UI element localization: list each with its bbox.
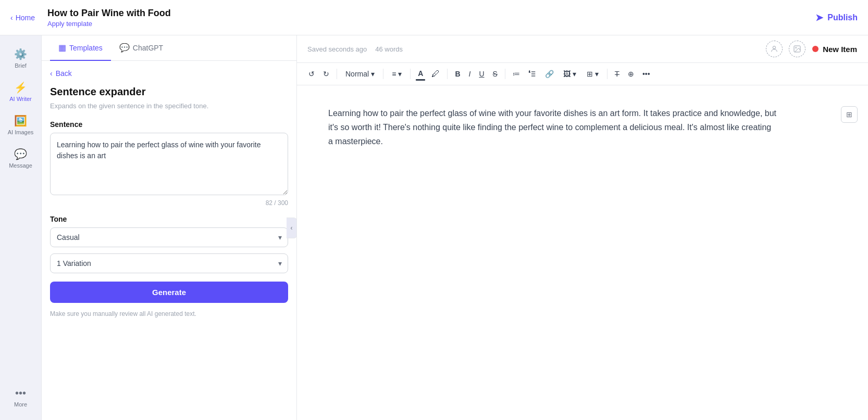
template-description: Expands on the given sentence in the spe…: [50, 102, 288, 110]
svg-point-2: [796, 47, 797, 48]
variation-select[interactable]: 1 Variation 2 Variations 3 Variations: [50, 253, 288, 273]
disclaimer-text: Make sure you manually review all AI gen…: [50, 309, 288, 319]
editor-content[interactable]: Learning how to pair the perfect glass o…: [297, 85, 868, 420]
tone-select[interactable]: Casual Formal Friendly Professional Witt…: [50, 227, 288, 247]
apply-template-link[interactable]: Apply template: [47, 20, 171, 28]
templates-tab-icon: ▦: [58, 43, 66, 53]
undo-button[interactable]: ↺: [305, 68, 318, 80]
char-count: 82 / 300: [50, 199, 288, 207]
svg-text:1: 1: [529, 70, 530, 73]
toolbar-separator-2: [383, 69, 383, 79]
insert-button[interactable]: ⊕: [625, 68, 637, 80]
table-dropdown[interactable]: ⊞ ▾: [582, 68, 603, 80]
bullet-list-button[interactable]: ≔: [510, 68, 523, 80]
toolbar-separator-5: [505, 69, 505, 79]
align-dropdown[interactable]: ≡ ▾: [388, 68, 406, 80]
ai-writer-icon: ⚡: [14, 81, 27, 94]
editor-actions: New Item: [766, 41, 858, 57]
ai-images-icon: 🖼️: [14, 114, 27, 127]
publish-arrow-icon: ➤: [815, 12, 823, 23]
sidebar-item-more[interactable]: ••• More: [3, 383, 39, 412]
highlight-button[interactable]: 🖊: [428, 67, 443, 81]
templates-tab-label: Templates: [69, 44, 103, 52]
image-dropdown-icon: ▾: [573, 70, 576, 78]
heading-selected: Normal: [345, 70, 369, 78]
clear-format-button[interactable]: T̶: [612, 68, 623, 80]
align-dropdown-icon: ▾: [398, 70, 402, 78]
underline-button[interactable]: U: [476, 68, 487, 80]
topbar-title-area: How to Pair Wine with Food Apply templat…: [47, 8, 171, 28]
home-arrow-icon: ‹: [10, 14, 13, 22]
sidebar-item-ai-images[interactable]: 🖼️ AI Images: [3, 110, 39, 139]
image-upload-icon[interactable]: [789, 41, 805, 57]
topbar: ‹ Home How to Pair Wine with Food Apply …: [0, 0, 868, 35]
editor-body-text: Learning how to pair the perfect glass o…: [328, 106, 776, 149]
collapse-icon: ‹: [291, 224, 293, 232]
sentence-textarea[interactable]: [50, 133, 288, 195]
tab-chatgpt[interactable]: 💬 ChatGPT: [111, 35, 171, 61]
word-count: 46 words: [375, 45, 403, 53]
strikethrough-button[interactable]: S: [490, 68, 501, 80]
back-link[interactable]: ‹ Back: [50, 69, 288, 78]
toolbar-separator-4: [447, 69, 448, 79]
image-icon: 🖼: [563, 70, 571, 78]
format-toolbar: ↺ ↻ Normal ▾ ≡ ▾ A 🖊 B I U S ≔ 1: [297, 63, 868, 85]
home-label: Home: [16, 14, 35, 22]
new-item-dot-icon: [812, 46, 819, 52]
tab-templates[interactable]: ▦ Templates: [50, 35, 111, 61]
italic-button[interactable]: I: [466, 68, 474, 80]
comment-icon: ⊞: [846, 110, 852, 119]
collaborators-icon[interactable]: [766, 41, 783, 57]
editor-area: Saved seconds ago 46 words New Item ↺ ↻: [297, 35, 868, 420]
sidebar-label-ai-writer: AI Writer: [9, 96, 32, 102]
align-icon: ≡: [392, 70, 396, 78]
heading-dropdown[interactable]: Normal ▾: [341, 68, 379, 80]
comment-bubble[interactable]: ⊞: [841, 106, 858, 123]
svg-point-0: [773, 46, 775, 49]
page-title: How to Pair Wine with Food: [47, 8, 171, 19]
ordered-list-button[interactable]: 1: [525, 68, 540, 80]
template-title: Sentence expander: [50, 86, 288, 98]
toolbar-separator-3: [410, 69, 411, 79]
text-color-button[interactable]: A: [415, 67, 426, 81]
sidebar-item-message[interactable]: 💬 Message: [3, 144, 39, 173]
publish-label: Publish: [827, 13, 858, 22]
message-icon: 💬: [14, 148, 27, 160]
generate-button[interactable]: Generate: [50, 282, 288, 303]
table-dropdown-icon: ▾: [595, 70, 599, 78]
sidebar-label-brief: Brief: [15, 62, 27, 69]
sidebar-item-ai-writer[interactable]: ⚡ AI Writer: [3, 77, 39, 106]
redo-button[interactable]: ↻: [320, 68, 332, 80]
heading-dropdown-icon: ▾: [371, 70, 375, 78]
home-link[interactable]: ‹ Home: [10, 14, 35, 22]
sidebar-label-message: Message: [9, 162, 32, 169]
saved-status: Saved seconds ago: [307, 45, 367, 53]
tone-select-wrapper: Casual Formal Friendly Professional Witt…: [50, 227, 288, 247]
panel-tabs: ▦ Templates 💬 ChatGPT: [42, 35, 296, 61]
new-item-label: New Item: [823, 45, 857, 54]
panel: ▦ Templates 💬 ChatGPT ‹ ‹ Back Sentence …: [42, 35, 297, 420]
bold-button[interactable]: B: [452, 68, 463, 80]
back-arrow-icon: ‹: [50, 69, 53, 78]
tone-label: Tone: [50, 215, 288, 223]
chatgpt-tab-icon: 💬: [119, 43, 130, 53]
sidebar-label-ai-images: AI Images: [8, 129, 34, 135]
panel-collapse-button[interactable]: ‹: [287, 218, 297, 238]
editor-top-bar: Saved seconds ago 46 words New Item: [297, 35, 868, 63]
sidebar-label-more: More: [14, 401, 27, 408]
image-dropdown[interactable]: 🖼 ▾: [559, 68, 580, 80]
back-label: Back: [56, 69, 72, 78]
new-item-button[interactable]: New Item: [812, 44, 858, 54]
link-button[interactable]: 🔗: [542, 68, 557, 80]
more-options-button[interactable]: •••: [639, 68, 653, 80]
sidebar-item-brief[interactable]: ⚙️ Brief: [3, 44, 39, 73]
publish-button[interactable]: ➤ Publish: [815, 12, 858, 23]
chatgpt-tab-label: ChatGPT: [133, 44, 163, 52]
variation-select-wrapper: 1 Variation 2 Variations 3 Variations ▾: [50, 253, 288, 273]
panel-content: ‹ Back Sentence expander Expands on the …: [42, 61, 296, 420]
main-layout: ⚙️ Brief ⚡ AI Writer 🖼️ AI Images 💬 Mess…: [0, 35, 868, 420]
sentence-label: Sentence: [50, 120, 288, 129]
left-sidebar: ⚙️ Brief ⚡ AI Writer 🖼️ AI Images 💬 Mess…: [0, 35, 42, 420]
brief-icon: ⚙️: [14, 48, 27, 60]
toolbar-separator-1: [337, 69, 337, 79]
